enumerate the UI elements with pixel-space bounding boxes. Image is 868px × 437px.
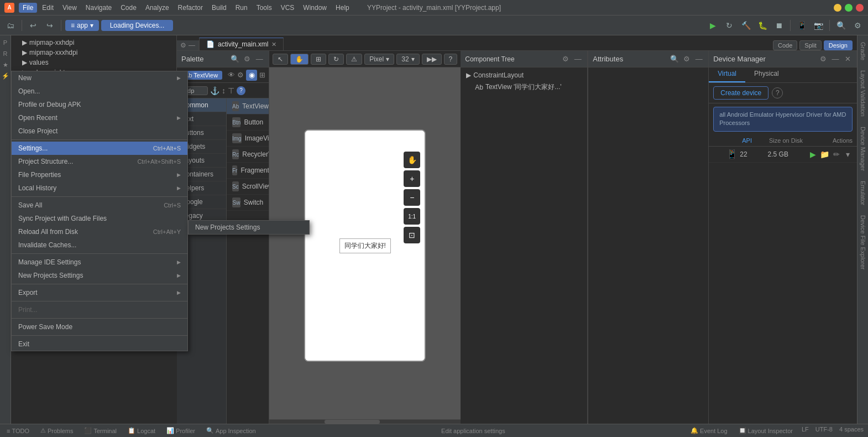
code-mode-btn[interactable]: Code [773,40,797,50]
attr-settings-icon[interactable]: ⚙ [682,54,692,64]
toolbar-recent-files-btn[interactable]: 🗂 [3,18,18,33]
file-menu-item-file-properties[interactable]: File Properties [12,168,187,181]
attr-minimize-icon[interactable]: — [694,54,704,64]
right-tab-gradle[interactable]: Gradle [858,38,868,65]
file-menu-item-export[interactable]: Export [12,286,187,299]
status-tab-todo[interactable]: ≡ TODO [4,426,32,435]
file-menu-item-settings[interactable]: Settings...Ctrl+Alt+S [12,142,187,155]
tree-item-values[interactable]: ▶ values [11,58,176,67]
zoom-1to1-btn[interactable]: 1:1 [404,208,420,225]
status-tab-terminal[interactable]: ⬛ Terminal [82,426,119,435]
more-options-btn[interactable]: ▶▶ [422,54,442,65]
refresh-btn[interactable]: ↻ [722,18,736,33]
palette-item-button[interactable]: BtnButton [227,115,269,131]
resource-mgr-icon[interactable]: R [1,49,11,59]
minimize-icon[interactable]: — [189,41,195,49]
dm-minimize-icon[interactable]: — [830,54,840,64]
menu-item-run[interactable]: Run [232,3,252,13]
canvas-cursor-btn[interactable]: ↖ [273,54,288,65]
ct-minimize-icon[interactable]: — [573,54,583,64]
file-menu-item-new[interactable]: New [12,71,187,85]
file-menu-item-local-history[interactable]: Local History [12,181,187,195]
editor-tab-activity-main[interactable]: 📄 activity_main.xml ✕ [199,38,284,50]
menu-item-analyze[interactable]: Analyze [142,3,173,13]
menu-item-tools[interactable]: Tools [253,3,276,13]
app-selector-btn[interactable]: ≡ app ▾ [65,20,99,31]
right-tab-emulator[interactable]: Emulator [858,176,868,210]
dm-close-icon[interactable]: ✕ [843,54,853,64]
toolbar-undo-btn[interactable]: ↩ [26,18,40,33]
status-layout-inspector[interactable]: 🔲 Layout Inspector [736,426,795,435]
dm-edit-device-btn[interactable]: ✏ [832,149,841,160]
right-tab-device-manager[interactable]: Device Manager [858,122,868,175]
menu-item-edit[interactable]: Edit [38,3,57,13]
dm-header-api[interactable]: API [742,137,767,144]
close-button[interactable]: ✕ [856,4,864,12]
split-mode-btn[interactable]: Split [799,40,821,50]
canvas-snap-btn[interactable]: ⊞ [311,54,326,65]
file-menu-item-save-all[interactable]: Save AllCtrl+S [12,199,187,212]
device-selector-btn[interactable]: Loading Devices... [101,20,173,31]
file-menu-item-power-save[interactable]: Power Save Mode [12,320,187,334]
transform-icon[interactable]: ↕ [222,86,226,95]
device-type-btn[interactable]: Pixel ▾ [364,54,394,65]
status-tab-problems[interactable]: ⚠ Problems [38,426,75,435]
device-mirror-btn[interactable]: 📱 [794,18,809,33]
toolbar-redo-btn[interactable]: ↪ [43,18,57,33]
ct-settings-icon[interactable]: ⚙ [561,54,571,64]
menu-item-refactor[interactable]: Refactor [174,3,207,13]
file-menu-item-profile[interactable]: Profile or Debug APK [12,98,187,111]
file-menu-item-sync-gradle[interactable]: Sync Project with Gradle Files [12,212,187,225]
menu-item-vcs[interactable]: VCS [277,3,299,13]
zoom-pointer-btn[interactable]: ✋ [404,152,420,168]
menu-item-window[interactable]: Window [299,3,331,13]
palette-item-recyclervi-[interactable]: RcRecyclerVi... [227,147,269,163]
search-everywhere-btn[interactable]: 🔍 [834,18,848,33]
anchor-icon[interactable]: ⚓ [210,86,219,95]
canvas-pan-btn[interactable]: ✋ [290,54,308,65]
right-tab-device-file-explorer[interactable]: Device File Explorer [858,211,868,274]
api-level-btn[interactable]: 32 ▾ [396,54,419,65]
attr-search-icon[interactable]: 🔍 [670,54,679,64]
menu-item-code[interactable]: Code [117,3,140,13]
create-device-btn[interactable]: Create device [713,86,768,100]
canvas-help-btn[interactable]: ? [444,54,458,65]
zoom-out-btn[interactable]: − [404,189,420,206]
help-icon[interactable]: ? [237,86,245,95]
build-variants-icon[interactable]: ⚡ [1,71,11,81]
build-btn[interactable]: 🔨 [739,18,753,33]
dm-help-btn[interactable]: ? [772,87,783,98]
file-menu-item-project-structure[interactable]: Project Structure...Ctrl+Alt+Shift+S [12,155,187,168]
palette-item-fragmentc-[interactable]: FrFragmentC... [227,163,269,179]
right-tab-layout-validation[interactable]: Layout Validation [858,66,868,121]
textview-active-icon[interactable]: ◉ [246,70,257,81]
file-menu-item-reload[interactable]: Reload All from DiskCtrl+Alt+Y [12,225,187,238]
dm-settings-icon[interactable]: ⚙ [818,54,828,64]
eye-icon[interactable]: 👁 [228,70,235,81]
minimize-button[interactable]: — [834,4,841,12]
file-menu-item-exit[interactable]: Exit [12,337,187,351]
palette-item-scrollview[interactable]: ScScrollView [227,179,269,195]
status-event-log[interactable]: 🔔 Event Log [688,426,730,435]
palette-minimize-icon[interactable]: — [254,54,264,64]
project-tab-icon[interactable]: P [1,38,11,48]
status-tab-profiler[interactable]: 📊 Profiler [164,426,197,435]
ct-constraint-layout-item[interactable]: ▶ ConstraintLayout [465,70,583,81]
screenshot-btn[interactable]: 📷 [811,18,825,33]
tree-item-mipmap-xxxhdpi[interactable]: ▶ mipmap-xxxhdpi [11,48,176,58]
textview-drag-icon[interactable]: ⊞ [259,70,265,81]
horizontal-scrollbar[interactable] [269,419,461,424]
palette-item-imageview[interactable]: ImgImageView [227,131,269,147]
file-menu-item-close-project[interactable]: Close Project [12,124,187,138]
editor-tab-close[interactable]: ✕ [271,41,276,48]
palette-item-textview[interactable]: AbTextView [227,98,269,115]
textview-settings-icon[interactable]: ⚙ [237,70,244,81]
run-btn[interactable]: ▶ [705,18,720,33]
menu-item-help[interactable]: Help [332,3,353,13]
menu-item-navigate[interactable]: Navigate [82,3,116,13]
baseline-icon[interactable]: ⊤ [228,86,234,95]
file-menu-item-open[interactable]: Open... [12,85,187,98]
dm-more-options-btn[interactable]: ▾ [843,149,853,160]
dm-run-device-btn[interactable]: ▶ [808,149,818,160]
settings-btn[interactable]: ⚙ [850,18,865,33]
